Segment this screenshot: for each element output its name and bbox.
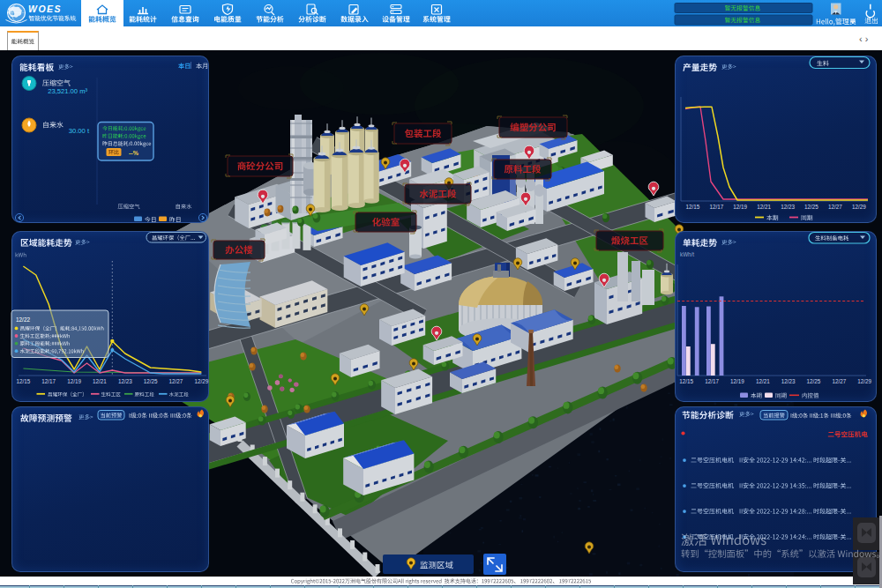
svg-text:12/29: 12/29 [857, 378, 871, 384]
svg-text:23,521.00 m³: 23,521.00 m³ [48, 87, 87, 95]
svg-text:12/17: 12/17 [705, 378, 719, 384]
svg-text:12/29: 12/29 [852, 204, 866, 210]
svg-text:12/23: 12/23 [118, 378, 132, 384]
svg-text:12/25: 12/25 [144, 378, 158, 384]
svg-text:30.00 t: 30.00 t [69, 127, 90, 135]
svg-text:12/25: 12/25 [804, 204, 818, 210]
svg-text:12/23: 12/23 [781, 378, 796, 384]
svg-text:12/15: 12/15 [17, 378, 31, 384]
svg-text:12/23: 12/23 [781, 204, 795, 210]
svg-text:12/19: 12/19 [67, 378, 81, 384]
svg-text:12/21: 12/21 [757, 204, 771, 210]
svg-text:12/17: 12/17 [709, 204, 723, 210]
svg-text:12/21: 12/21 [93, 378, 107, 384]
svg-text:kWh/t: kWh/t [680, 251, 694, 257]
svg-text:12/25: 12/25 [807, 378, 821, 384]
svg-text:--%: --% [129, 150, 139, 156]
svg-text:12/29: 12/29 [194, 378, 208, 384]
svg-text:12/15: 12/15 [686, 204, 700, 210]
svg-text:12/21: 12/21 [756, 378, 770, 384]
svg-text:12/19: 12/19 [733, 204, 747, 210]
svg-text:12/17: 12/17 [41, 378, 56, 384]
svg-text:12/22: 12/22 [16, 316, 30, 323]
svg-text:12/19: 12/19 [730, 378, 744, 384]
svg-text:12/27: 12/27 [833, 378, 847, 384]
svg-text:12/27: 12/27 [169, 378, 183, 384]
svg-text:12/27: 12/27 [828, 204, 842, 210]
svg-text:12/15: 12/15 [679, 378, 693, 384]
